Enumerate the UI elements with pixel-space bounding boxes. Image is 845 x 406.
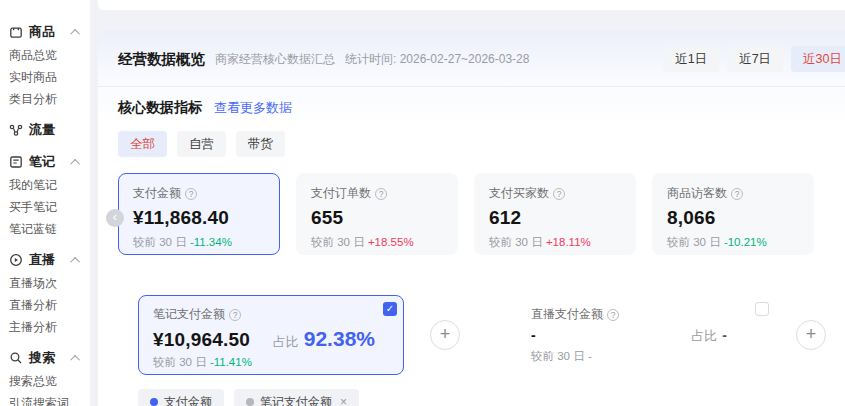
metric-card-visitor-count[interactable]: 商品访客数? 8,066 较前 30 日 -10.21%	[652, 173, 814, 255]
sidebar-section-traffic[interactable]: 流量	[9, 118, 90, 142]
stat-time: 统计时间: 2026-02-27~2026-03-28	[345, 51, 529, 68]
traffic-icon	[9, 123, 24, 138]
help-icon[interactable]: ?	[185, 188, 197, 200]
breakdown-card-note-payment[interactable]: ✓ 笔记支付金额? ¥10,964.50 占比 92.38% 较前 30 日 -…	[138, 295, 404, 375]
merchant-dashboard: 商品 商品总览 实时商品 类目分析 流量 笔记 我的笔记 买手笔记 笔记蓝链 直…	[0, 0, 845, 406]
help-icon[interactable]: ?	[607, 309, 619, 321]
panel-header: 经营数据概览 商家经营核心数据汇总 统计时间: 2026-02-27~2026-…	[98, 30, 845, 73]
range-7d-button[interactable]: 近7日	[727, 46, 783, 72]
compare-label: 较前 30 日	[153, 356, 207, 368]
ratio-label: 占比	[273, 333, 299, 351]
add-metric-button[interactable]: +	[430, 320, 460, 350]
delta-value: -11.41%	[210, 356, 252, 368]
sidebar-section-notes[interactable]: 笔记	[9, 150, 90, 174]
breakdown-row: ✓ 笔记支付金额? ¥10,964.50 占比 92.38% 较前 30 日 -…	[138, 295, 845, 375]
delta-value: -	[588, 350, 592, 362]
sidebar-section-label: 直播	[29, 251, 55, 269]
sidebar-item-live-sessions[interactable]: 直播场次	[9, 272, 90, 294]
notes-icon	[9, 155, 24, 170]
date-range-group: 近1日 近7日 近30日	[663, 46, 845, 72]
metric-label: 笔记支付金额	[153, 306, 225, 323]
help-icon[interactable]: ?	[375, 188, 387, 200]
metric-label: 支付买家数	[489, 185, 549, 202]
compare-label: 较前 30 日	[667, 236, 721, 248]
legend-dot-blue	[150, 398, 158, 406]
main-area: 经营数据概览 商家经营核心数据汇总 统计时间: 2026-02-27~2026-…	[90, 0, 845, 406]
metric-card-payment-amount[interactable]: 支付金额? ¥11,868.40 较前 30 日 -11.34%	[118, 173, 280, 255]
metric-card-order-count[interactable]: 支付订单数? 655 较前 30 日 +18.55%	[296, 173, 458, 255]
metric-label: 直播支付金额	[531, 306, 603, 323]
metric-value: ¥11,868.40	[133, 207, 265, 229]
tab-all[interactable]: 全部	[118, 131, 167, 157]
sidebar-section-search[interactable]: 搜索	[9, 346, 90, 370]
goods-icon	[9, 25, 24, 40]
legend-dot-gray	[246, 398, 254, 406]
sidebar-section-goods[interactable]: 商品	[9, 20, 90, 44]
range-30d-button[interactable]: 近30日	[791, 46, 845, 72]
legend-label: 笔记支付金额	[260, 394, 332, 406]
ratio-value: 92.38%	[304, 327, 375, 351]
help-icon[interactable]: ?	[229, 309, 241, 321]
checkbox-unchecked[interactable]	[755, 302, 769, 316]
legend-chip-payment-amount[interactable]: 支付金额	[138, 389, 224, 406]
carousel-prev-button[interactable]: ‹	[106, 209, 124, 227]
checkbox-checked[interactable]: ✓	[383, 302, 397, 316]
tab-self-operated[interactable]: 自营	[177, 131, 226, 157]
metric-card-buyer-count[interactable]: 支付买家数? 612 较前 30 日 +18.11%	[474, 173, 636, 255]
metric-value: 8,066	[667, 207, 799, 229]
sidebar-section-label: 搜索	[29, 349, 55, 367]
sidebar-item-realtime-goods[interactable]: 实时商品	[9, 66, 90, 88]
compare-label: 较前 30 日	[311, 236, 365, 248]
metric-value: ¥10,964.50	[153, 329, 250, 351]
sidebar-item-goods-overview[interactable]: 商品总览	[9, 44, 90, 66]
metric-value: -	[531, 327, 536, 343]
range-1d-button[interactable]: 近1日	[663, 46, 719, 72]
compare-label: 较前 30 日	[531, 350, 585, 362]
sidebar-item-search-overview[interactable]: 搜索总览	[9, 370, 90, 392]
metric-value: 612	[489, 207, 621, 229]
more-data-link[interactable]: 查看更多数据	[214, 99, 292, 117]
compare-label: 较前 30 日	[133, 236, 187, 248]
tab-affiliate[interactable]: 带货	[236, 131, 285, 157]
search-section-icon	[9, 351, 24, 366]
metric-value: 655	[311, 207, 443, 229]
delta-value: -10.21%	[724, 236, 767, 248]
live-icon	[9, 253, 24, 268]
sidebar-section-label: 商品	[29, 23, 55, 41]
sidebar-item-buyer-notes[interactable]: 买手笔记	[9, 196, 90, 218]
close-icon[interactable]: ×	[340, 395, 347, 406]
metric-label: 支付订单数	[311, 185, 371, 202]
breakdown-card-live-payment[interactable]: 直播支付金额? - 占比 - 较前 30 日 -	[516, 295, 796, 375]
metric-cards-row: ‹ 支付金额? ¥11,868.40 较前 30 日 -11.34% 支付订单数…	[118, 173, 845, 255]
collapse-icon[interactable]	[70, 354, 80, 364]
legend-chip-note-payment[interactable]: 笔记支付金额 ×	[234, 389, 359, 406]
sidebar-item-search-keywords[interactable]: 引流搜索词	[9, 392, 90, 406]
metric-label: 支付金额	[133, 185, 181, 202]
metric-label: 商品访客数	[667, 185, 727, 202]
page-title: 经营数据概览	[118, 50, 205, 69]
sidebar-section-live[interactable]: 直播	[9, 248, 90, 272]
sidebar-item-live-analysis[interactable]: 直播分析	[9, 294, 90, 316]
core-indicators-header: 核心数据指标 查看更多数据	[118, 99, 845, 117]
ratio-label: 占比	[691, 327, 717, 345]
collapse-icon[interactable]	[70, 28, 80, 38]
sidebar-item-note-links[interactable]: 笔记蓝链	[9, 218, 90, 240]
sidebar-item-category-analysis[interactable]: 类目分析	[9, 88, 90, 110]
compare-label: 较前 30 日	[489, 236, 543, 248]
delta-value: -11.34%	[190, 236, 232, 248]
chevron-left-icon: ‹	[113, 209, 117, 224]
add-metric-button[interactable]: +	[796, 320, 826, 350]
divider	[98, 86, 845, 87]
delta-value: +18.55%	[368, 236, 414, 248]
help-icon[interactable]: ?	[553, 188, 565, 200]
sidebar-section-label: 笔记	[29, 153, 55, 171]
ratio-value: -	[722, 327, 727, 343]
legend-label: 支付金额	[164, 394, 212, 406]
sidebar: 商品 商品总览 实时商品 类目分析 流量 笔记 我的笔记 买手笔记 笔记蓝链 直…	[0, 0, 90, 406]
help-icon[interactable]: ?	[731, 188, 743, 200]
collapse-icon[interactable]	[70, 256, 80, 266]
section-title: 核心数据指标	[118, 99, 202, 117]
collapse-icon[interactable]	[70, 158, 80, 168]
sidebar-item-my-notes[interactable]: 我的笔记	[9, 174, 90, 196]
sidebar-item-host-analysis[interactable]: 主播分析	[9, 316, 90, 338]
